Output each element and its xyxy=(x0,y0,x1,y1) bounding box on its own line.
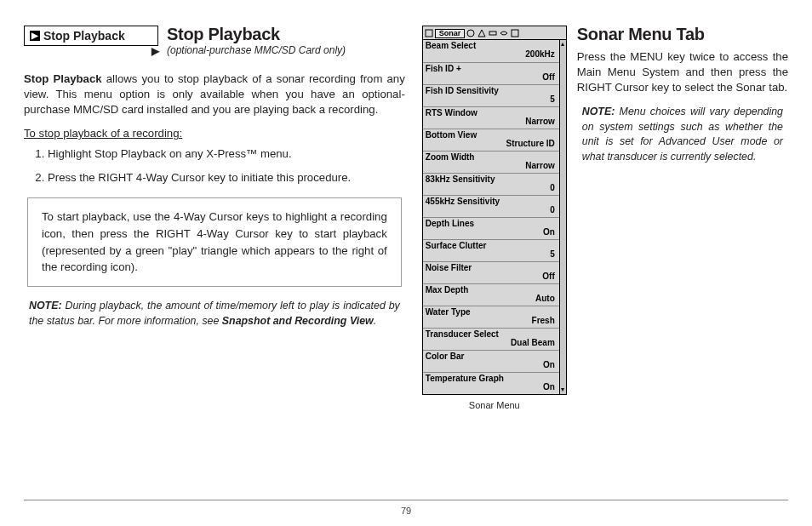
sonar-row-value: On xyxy=(426,228,557,237)
sonar-row: Max DepthAuto xyxy=(423,283,559,306)
scroll-up-icon: ▴ xyxy=(560,41,566,48)
sonar-row: Temperature GraphOn xyxy=(423,372,559,394)
sonar-row-value: On xyxy=(426,361,557,369)
cursor-right-icon: ▶ xyxy=(152,45,159,57)
sonar-row: Noise FilterOff xyxy=(423,261,559,283)
stop-icon: ▶ xyxy=(30,31,40,41)
sonar-row-value: On xyxy=(426,383,557,392)
stop-playback-button: ▶ Stop Playback ▶ xyxy=(24,26,158,46)
sonar-row: Water TypeFresh xyxy=(423,306,559,328)
sonar-row: Depth LinesOn xyxy=(423,217,559,239)
sonar-tab-active: Sonar xyxy=(435,29,466,38)
sonar-tab-note: NOTE: Menu choices will vary depending o… xyxy=(577,105,788,163)
page-number: 79 xyxy=(24,506,788,516)
left-heading-row: ▶ Stop Playback ▶ Stop Playback (optiona… xyxy=(24,26,405,63)
note-prefix: NOTE: xyxy=(29,300,62,312)
sonar-row-label: 83kHz Sensitivity xyxy=(426,174,557,184)
sonar-menu-tab-heading: Sonar Menu Tab xyxy=(577,26,788,43)
sonar-row-label: Noise Filter xyxy=(426,263,557,272)
setup-tab-icon xyxy=(489,29,497,37)
left-column: ▶ Stop Playback ▶ Stop Playback (optiona… xyxy=(24,26,405,488)
svg-point-1 xyxy=(467,30,474,37)
sonar-row-value: Narrow xyxy=(426,117,557,126)
sonar-row: Color BarOn xyxy=(423,350,559,372)
sonar-row-value: 5 xyxy=(426,250,557,259)
svg-rect-2 xyxy=(489,31,496,35)
sonar-row-value: 0 xyxy=(426,206,557,214)
sonar-row-label: Fish ID Sensitivity xyxy=(426,86,557,95)
sonar-row: 455kHz Sensitivity0 xyxy=(423,195,559,217)
sonar-row-value: Structure ID xyxy=(426,140,557,148)
footer-rule xyxy=(24,500,788,500)
sonar-row-value: 200kHz xyxy=(426,50,557,59)
sonar-row: Fish ID Sensitivity5 xyxy=(423,84,559,106)
sonar-row-value: Off xyxy=(426,272,557,281)
views-tab-icon xyxy=(500,29,508,37)
acc-tab-icon xyxy=(511,29,519,37)
svg-rect-3 xyxy=(512,30,518,37)
sonar-row-label: 455kHz Sensitivity xyxy=(426,197,557,206)
right-column: Sonar Beam Select200kHzFish ID +OffFish … xyxy=(422,26,788,488)
sonar-row-value: Fresh xyxy=(426,317,557,325)
sonar-row: 83kHz Sensitivity0 xyxy=(423,173,559,195)
sonar-row: Surface Clutter5 xyxy=(423,239,559,261)
step-item: Press the RIGHT 4-Way Cursor key to init… xyxy=(48,170,405,186)
stop-playback-button-label: Stop Playback xyxy=(43,29,125,43)
playback-note: NOTE: During playback, the amount of tim… xyxy=(24,299,405,329)
note-tail: . xyxy=(374,315,376,327)
steps-title: To stop playback of a recording: xyxy=(24,127,405,140)
intro-bold: Stop Playback xyxy=(24,72,102,85)
sonar-row: Bottom ViewStructure ID xyxy=(423,129,559,151)
step-item: Highlight Stop Playback on any X-Press™ … xyxy=(48,146,405,162)
sonar-row-value: 5 xyxy=(426,95,557,104)
sonar-body: Beam Select200kHzFish ID +OffFish ID Sen… xyxy=(423,40,566,394)
stop-playback-button-box: ▶ Stop Playback ▶ xyxy=(24,26,158,46)
scroll-down-icon: ▾ xyxy=(560,386,566,393)
sonar-row-label: Fish ID + xyxy=(426,64,557,73)
sonar-menu-image: Sonar Beam Select200kHzFish ID +OffFish … xyxy=(422,26,567,488)
sonar-row-label: Surface Clutter xyxy=(426,241,557,250)
alarm-tab-icon xyxy=(425,29,433,37)
sonar-row-value: Off xyxy=(426,73,557,82)
page-body: ▶ Stop Playback ▶ Stop Playback (optiona… xyxy=(24,26,788,488)
nav-tab-icon xyxy=(466,29,475,37)
intro-paragraph: Stop Playback allows you to stop playbac… xyxy=(24,71,405,117)
inset-box: To start playback, use the 4-Way Cursor … xyxy=(27,197,402,287)
sonar-caption: Sonar Menu xyxy=(422,400,567,410)
sonar-row-value: Auto xyxy=(426,294,557,303)
svg-rect-0 xyxy=(426,30,432,37)
sonar-row-label: Temperature Graph xyxy=(426,374,557,383)
stop-playback-heading: Stop Playback xyxy=(167,26,346,43)
sonar-screen: Sonar Beam Select200kHzFish ID +OffFish … xyxy=(422,26,567,395)
tab-icons-left xyxy=(425,29,433,37)
sonar-row: Fish ID +Off xyxy=(423,62,559,84)
sonar-row-value: Narrow xyxy=(426,162,557,170)
sonar-row-value: 0 xyxy=(426,184,557,192)
sonar-tab-body: Press the MENU key twice to access the M… xyxy=(577,49,788,94)
note-emph: Snapshot and Recording View xyxy=(222,315,374,327)
tab-icons-right xyxy=(466,29,519,37)
note-prefix: NOTE: xyxy=(582,106,615,117)
left-title-block: Stop Playback (optional-purchase MMC/SD … xyxy=(167,26,346,63)
chart-tab-icon xyxy=(477,29,486,37)
sonar-tab-bar: Sonar xyxy=(423,26,566,40)
sonar-row: Transducer SelectDual Beam xyxy=(423,328,559,350)
scrollbar: ▴ ▾ xyxy=(559,40,566,394)
steps-list: Highlight Stop Playback on any X-Press™ … xyxy=(48,146,405,186)
sonar-list: Beam Select200kHzFish ID +OffFish ID Sen… xyxy=(423,40,559,394)
stop-playback-subhead: (optional-purchase MMC/SD Card only) xyxy=(167,44,346,56)
sonar-row: RTS WindowNarrow xyxy=(423,106,559,129)
sonar-row: Zoom WidthNarrow xyxy=(423,151,559,173)
sonar-row-label: Color Bar xyxy=(426,352,557,361)
sonar-row: Beam Select200kHz xyxy=(423,40,559,62)
right-text-block: Sonar Menu Tab Press the MENU key twice … xyxy=(577,26,788,488)
sonar-row-value: Dual Beam xyxy=(426,339,557,347)
sonar-row-label: Depth Lines xyxy=(426,219,557,228)
